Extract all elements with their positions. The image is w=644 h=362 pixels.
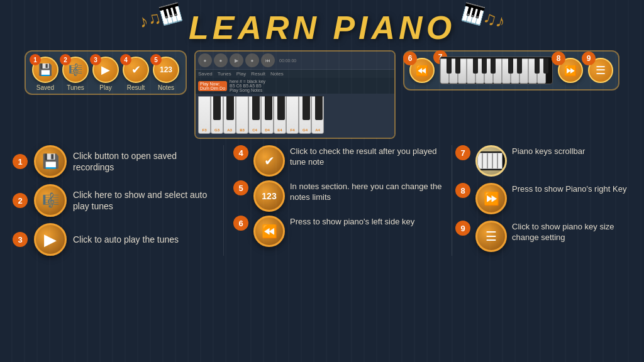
play-now-label: Play Now:	[200, 82, 225, 86]
piano-scroll-panel: 6 ⏪ 7	[403, 50, 619, 90]
sbk6	[508, 58, 513, 74]
key-f3-label: F3	[202, 128, 206, 132]
key-e4-label: E4	[277, 128, 282, 132]
top-panel: 1 💾 Saved 2 🎼 Tunes 3 ▶ Play 4 ✔ Result …	[0, 50, 644, 139]
callout-badge-9: 9	[455, 221, 470, 236]
sbk3	[473, 58, 478, 74]
divider-left	[223, 145, 224, 256]
key-g3-label: G3	[214, 128, 219, 132]
callout-badge-1: 1	[13, 154, 28, 169]
song-name: Dum Dim Do	[200, 86, 225, 90]
badge9-wrap: 9 ☰	[588, 58, 613, 83]
piano-nav-labels: Saved Tunes Play Result Notes	[196, 70, 394, 78]
callout-row-7: 7 Piano keys scrollbar	[455, 145, 631, 177]
toolbar-item-saved[interactable]: 1 💾 Saved	[32, 57, 58, 91]
black-key-7[interactable]	[315, 96, 323, 120]
key-a3-label: A3	[227, 128, 232, 132]
callout-icon-1[interactable]: 💾	[34, 145, 67, 178]
play-now-box: Play Now: Dum Dim Do	[198, 81, 227, 91]
music-notes-right-icon: 🎹♫♪	[460, 1, 508, 33]
saved-label: Saved	[36, 84, 54, 91]
badge8-wrap: 8 ⏩	[558, 58, 583, 83]
callout-badge-3: 3	[13, 232, 28, 247]
music-notes-left-icon: ♪♫🎹	[136, 1, 184, 33]
toolbar-item-play[interactable]: 3 ▶ Play	[92, 57, 119, 91]
callout-row-2: 2 🎼 Click here to show and select auto p…	[13, 184, 220, 217]
toolbar-item-result[interactable]: 4 ✔ Result	[123, 57, 149, 91]
callout-icon-8[interactable]: ⏩	[475, 183, 507, 214]
callout-badge-8: 8	[455, 183, 470, 198]
black-key-4[interactable]	[265, 96, 272, 120]
top-badge-8: 8	[552, 52, 565, 65]
sbk8	[535, 58, 540, 74]
callout-icon-7-piano	[475, 145, 507, 177]
key-g4-label: G4	[303, 128, 308, 132]
callout-text-4: Click to check the result after you play…	[290, 145, 442, 168]
piano-display: ● ● ▶ ● ⏮ 00:00:00 Saved Tunes Play Resu…	[194, 50, 396, 139]
callout-row-3: 3 ▶ Click to auto play the tunes	[13, 223, 220, 256]
callout-icon-3[interactable]: ▶	[34, 223, 67, 256]
callout-badge-7: 7	[455, 145, 470, 160]
key-f4[interactable]: F4	[286, 96, 299, 134]
badge-1: 1	[30, 54, 41, 65]
result-label: Result	[127, 84, 145, 91]
piano-keys-area: F3 G3 A3 B3 C4 D4 E4 F4 G4 A4	[196, 94, 394, 138]
black-key-3[interactable]	[252, 96, 260, 120]
sbk1	[447, 58, 452, 74]
piano-ctrl-3[interactable]: ▶	[230, 53, 243, 67]
callout-icon-5[interactable]: 123	[253, 180, 285, 212]
divider-right	[452, 145, 452, 256]
mini-wk1	[477, 153, 482, 169]
black-key-6[interactable]	[303, 96, 310, 120]
callout-row-6: 6 ⏪ Press to show piano's left side key	[233, 216, 442, 247]
callout-row-4: 4 ✔ Click to check the result after you …	[233, 145, 442, 177]
piano-ctrl-1[interactable]: ●	[198, 53, 212, 67]
callout-text-2: Click here to show and select auto play …	[73, 189, 220, 212]
page-title: LEARN PIANO	[189, 9, 455, 46]
scroll-piano-wrap: 7	[440, 57, 553, 84]
piano-scrollbar[interactable]	[440, 57, 553, 84]
sbk2	[455, 58, 460, 74]
callout-icon-4[interactable]: ✔	[253, 145, 285, 177]
keys-container: F3 G3 A3 B3 C4 D4 E4 F4 G4 A4	[196, 94, 324, 138]
toolbar: 1 💾 Saved 2 🎼 Tunes 3 ▶ Play 4 ✔ Result …	[25, 50, 187, 95]
right-section: 6 ⏪ 7	[403, 50, 619, 90]
callout-text-7: Piano keys scrollbar	[512, 145, 585, 157]
badge-4: 4	[120, 54, 131, 65]
note-hint: here # = black key B5 C6 B5 A5 B5 Play S…	[230, 79, 265, 92]
notes-nav: Notes	[270, 71, 284, 77]
toolbar-item-tunes[interactable]: 2 🎼 Tunes	[62, 57, 89, 91]
key-f3[interactable]: F3	[198, 96, 211, 134]
black-key-5[interactable]	[277, 96, 285, 120]
toolbar-item-notes[interactable]: 5 123 Notes	[153, 57, 179, 91]
tunes-label: Tunes	[67, 84, 84, 91]
top-badge-9: 9	[582, 52, 596, 65]
left-callouts: 1 💾 Click button to open saved recording…	[13, 145, 220, 256]
sbk5	[491, 58, 496, 74]
mini-wk3	[487, 153, 492, 169]
callout-icon-6[interactable]: ⏪	[253, 216, 285, 247]
black-key-1[interactable]	[213, 96, 221, 120]
bottom-section: 1 💾 Click button to open saved recording…	[0, 145, 644, 256]
mini-wk2	[482, 153, 487, 169]
piano-top-bar: ● ● ▶ ● ⏮ 00:00:00	[196, 52, 394, 70]
piano-info-row: Play Now: Dum Dim Do here # = black key …	[196, 78, 394, 94]
key-b3[interactable]: B3	[236, 96, 248, 134]
note-hint-text: here # = black key	[230, 79, 265, 84]
black-key-2[interactable]	[226, 96, 234, 120]
piano-ctrl-5[interactable]: ⏮	[261, 53, 275, 67]
top-badge-6: 6	[403, 52, 417, 65]
callout-text-3: Click to auto play the tunes	[73, 234, 179, 245]
piano-ctrl-4[interactable]: ●	[245, 53, 259, 67]
notes-label: Notes	[158, 84, 174, 91]
badge-5: 5	[150, 54, 162, 65]
toolbar-buttons: 1 💾 Saved 2 🎼 Tunes 3 ▶ Play 4 ✔ Result …	[32, 57, 179, 91]
sbk4	[482, 58, 487, 74]
piano-ctrl-2[interactable]: ●	[214, 53, 228, 67]
callout-icon-9[interactable]: ☰	[475, 221, 507, 252]
callout-icon-2[interactable]: 🎼	[34, 184, 67, 217]
sbk9	[543, 58, 548, 74]
callout-text-6: Press to show piano's left side key	[290, 216, 414, 228]
callout-text-9: Click to show piano key size change sett…	[512, 221, 631, 243]
result-nav: Result	[251, 71, 265, 77]
